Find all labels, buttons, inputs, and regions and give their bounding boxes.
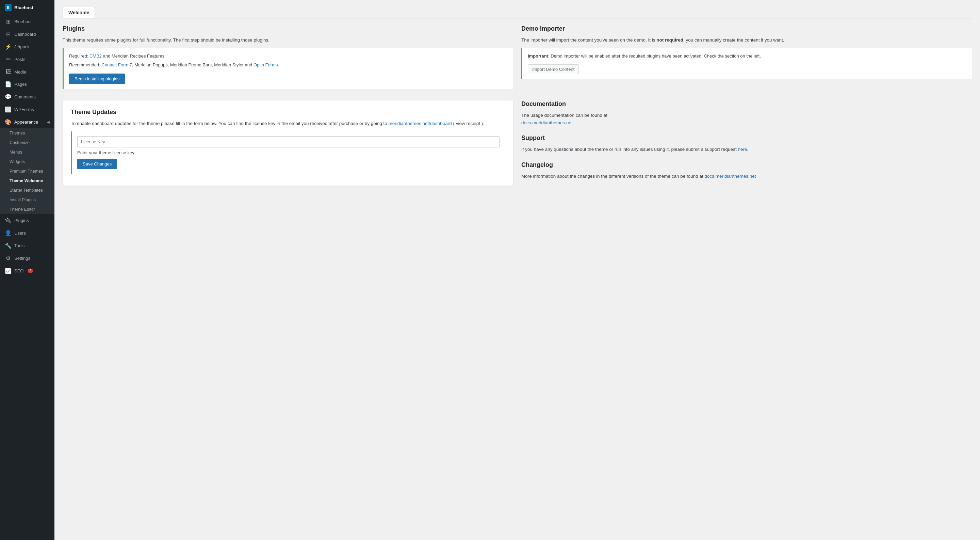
seo-badge: 2: [27, 269, 33, 273]
sidebar-label-premium-themes: Premium Themes: [10, 169, 43, 174]
plugins-required-prefix: Required:: [69, 53, 89, 59]
wpforms-icon: ⬜: [5, 106, 11, 113]
sidebar-label-bluehost: Bluehost: [14, 19, 32, 24]
sidebar-logo[interactable]: B Bluehost: [0, 0, 54, 15]
sidebar-label-posts: Posts: [14, 57, 25, 62]
sidebar-label-wpforms: WPForms: [14, 107, 34, 112]
sidebar-label-customize: Customize: [10, 140, 30, 145]
sidebar-label-pages: Pages: [14, 82, 27, 87]
sidebar-label-themes: Themes: [10, 131, 25, 135]
sidebar-item-settings[interactable]: ⚙ Settings: [0, 252, 54, 264]
tools-icon: 🔧: [5, 242, 11, 249]
sidebar-item-starter-templates[interactable]: Starter Templates: [0, 186, 54, 195]
theme-updates-card: Theme Updates To enable dashboard update…: [63, 100, 513, 185]
demo-importer-description: The importer will import the content you…: [521, 37, 972, 44]
support-section: Support If you have any questions about …: [521, 134, 972, 153]
sidebar-label-dashboard: Dashboard: [14, 32, 36, 37]
import-demo-container: Import Demo Content: [528, 64, 966, 74]
documentation-link[interactable]: docs.meridianthemes.net: [521, 120, 573, 125]
demo-importer-section: Demo Importer The importer will import t…: [521, 25, 972, 92]
sidebar-label-install-plugins: Install Plugins: [10, 198, 36, 202]
sidebar-item-users[interactable]: 👤 Users: [0, 227, 54, 239]
tab-welcome[interactable]: Welcome: [63, 7, 95, 18]
sidebar-item-install-plugins[interactable]: Install Plugins: [0, 195, 54, 205]
documentation-title: Documentation: [521, 100, 972, 108]
demo-desc-start: The importer will import the content you…: [521, 37, 656, 43]
sidebar-item-customize[interactable]: Customize: [0, 138, 54, 147]
sidebar-item-plugins[interactable]: 🔌 Plugins: [0, 214, 54, 227]
sidebar-item-wpforms[interactable]: ⬜ WPForms: [0, 103, 54, 116]
sidebar-item-themes[interactable]: Themes: [0, 128, 54, 138]
sidebar-item-theme-editor[interactable]: Theme Editor: [0, 205, 54, 214]
bottom-section-grid: Theme Updates To enable dashboard update…: [63, 100, 972, 185]
sidebar-item-appearance[interactable]: 🎨 Appearance ◀: [0, 116, 54, 128]
sidebar-label-jetpack: Jetpack: [14, 44, 30, 49]
save-changes-button[interactable]: Save Changes: [77, 159, 117, 169]
support-description: If you have any questions about the them…: [521, 146, 972, 153]
sidebar-item-tools[interactable]: 🔧 Tools: [0, 239, 54, 252]
sidebar-item-dashboard[interactable]: ⊟ Dashboard: [0, 28, 54, 40]
import-demo-button[interactable]: Import Demo Content: [528, 64, 579, 74]
tab-bar: Welcome: [63, 7, 972, 18]
plugins-recommended-end: .: [278, 62, 279, 67]
sidebar-item-posts[interactable]: ✏ Posts: [0, 53, 54, 66]
sidebar-item-pages[interactable]: 📄 Pages: [0, 78, 54, 91]
plugins-icon: 🔌: [5, 217, 11, 224]
sidebar-sub-appearance: Themes Customize Menus Widgets Premium T…: [0, 128, 54, 214]
support-here-link[interactable]: here: [738, 147, 747, 152]
changelog-link[interactable]: docs.meridianthemes.net: [705, 174, 756, 179]
sidebar-item-menus[interactable]: Menus: [0, 147, 54, 157]
sidebar-label-appearance: Appearance: [14, 119, 38, 124]
support-title: Support: [521, 134, 972, 142]
top-section-grid: Plugins This theme requires some plugins…: [63, 25, 972, 92]
changelog-description: More information about the changes in th…: [521, 173, 972, 180]
posts-icon: ✏: [5, 56, 11, 63]
theme-updates-desc-text: To enable dashboard updates for the them…: [71, 121, 387, 126]
sidebar-item-media[interactable]: 🖼 Media: [0, 66, 54, 78]
demo-note-bold: Important: [528, 53, 548, 59]
sidebar-label-settings: Settings: [14, 256, 30, 261]
sidebar-item-theme-welcome[interactable]: Theme Welcome: [0, 176, 54, 186]
seo-icon: 📈: [5, 268, 11, 274]
license-key-input[interactable]: [77, 136, 500, 147]
license-key-hint: Enter your theme license key.: [77, 150, 500, 157]
documentation-section: Documentation The usage documentation ca…: [521, 100, 972, 126]
sidebar-item-jetpack[interactable]: ⚡ Jetpack: [0, 40, 54, 53]
sidebar-logo-label: Bluehost: [14, 5, 33, 10]
sidebar-label-menus: Menus: [10, 150, 22, 155]
plugins-required-text: Required: CMB2 and Meridian Recipes Feat…: [69, 53, 508, 60]
documentation-description: The usage documentation can be found at …: [521, 112, 972, 126]
pages-icon: 📄: [5, 81, 11, 88]
sidebar-label-tools: Tools: [14, 243, 24, 248]
sidebar-label-widgets: Widgets: [10, 159, 25, 164]
theme-dashboard-link[interactable]: meridianthemes.net/dashboard: [388, 121, 452, 126]
contact-form-link[interactable]: Contact Form 7: [102, 62, 132, 67]
plugins-recommended-text: Recommended: Contact Form 7, Meridian Po…: [69, 62, 508, 69]
users-icon: 👤: [5, 230, 11, 236]
sidebar-label-theme-editor: Theme Editor: [10, 207, 35, 212]
jetpack-icon: ⚡: [5, 44, 11, 50]
sidebar-item-comments[interactable]: 💬 Comments: [0, 91, 54, 103]
theme-updates-title: Theme Updates: [71, 108, 505, 116]
sidebar-item-premium-themes[interactable]: Premium Themes: [0, 167, 54, 176]
cmb2-link[interactable]: CMB2: [89, 53, 102, 59]
changelog-desc-start: More information about the changes in th…: [521, 174, 705, 179]
media-icon: 🖼: [5, 69, 11, 75]
begin-installing-button[interactable]: Begin installing plugins: [69, 73, 125, 84]
sidebar-item-seo[interactable]: 📈 SEO 2: [0, 264, 54, 277]
changelog-section: Changelog More information about the cha…: [521, 161, 972, 180]
plugins-required-suffix: and Meridian Recipes Features.: [102, 53, 166, 59]
sidebar-label-media: Media: [14, 70, 26, 75]
theme-updates-form-box: Enter your theme license key. Save Chang…: [71, 131, 505, 174]
main-content: Welcome Plugins This theme requires some…: [54, 0, 980, 540]
documentation-desc-text: The usage documentation can be found at: [521, 113, 608, 118]
appearance-arrow-icon: ◀: [47, 120, 50, 124]
optin-forms-link[interactable]: Optin Forms: [253, 62, 278, 67]
demo-importer-title: Demo Importer: [521, 25, 972, 32]
plugins-section: Plugins This theme requires some plugins…: [63, 25, 513, 92]
sidebar-item-bluehost[interactable]: ⊞ Bluehost: [0, 15, 54, 28]
demo-desc-bold: not required: [656, 37, 683, 43]
settings-icon: ⚙: [5, 255, 11, 261]
plugins-title: Plugins: [63, 25, 513, 32]
sidebar-item-widgets[interactable]: Widgets: [0, 157, 54, 167]
